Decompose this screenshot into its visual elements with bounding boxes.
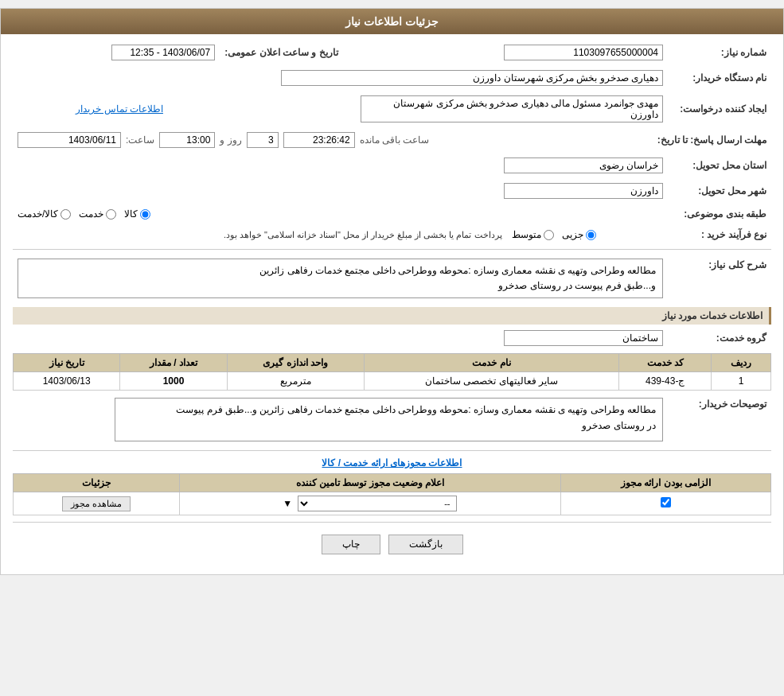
perm-cell-status: -- ▼ [179, 492, 561, 515]
divider-2 [13, 450, 771, 451]
category-kala-khedmat-radio[interactable] [60, 209, 71, 220]
col-service-code: کد خدمت [619, 354, 712, 372]
perm-cell-required [561, 492, 771, 515]
cell-date: 1403/06/13 [14, 372, 120, 391]
page-title: جزئیات اطلاعات نیاز [1, 9, 783, 34]
col-date: تاریخ نیاز [14, 354, 120, 372]
purchase-motavasset-radio[interactable] [544, 230, 554, 240]
perm-col-required: الزامی بودن ارائه مجوز [561, 474, 771, 492]
description-box: مطالعه وطراحی وتهیه ی نقشه معماری وسازه … [18, 259, 663, 298]
cell-quantity: 1000 [120, 372, 227, 391]
purchase-jozvi-radio[interactable] [586, 230, 596, 240]
need-number-value: 1103097655000004 [504, 45, 663, 60]
deadline-remaining: 23:26:42 [283, 132, 355, 148]
need-number-label: شماره نیاز: [668, 42, 771, 63]
purchase-motavasset-label: متوسط [512, 229, 541, 240]
back-button[interactable]: بازگشت [388, 535, 463, 554]
view-permit-button[interactable]: مشاهده مجوز [62, 496, 131, 511]
col-row-num: ردیف [712, 354, 771, 372]
cell-unit: مترمربع [227, 372, 364, 391]
purchase-motavasset-option[interactable]: متوسط [512, 229, 554, 240]
divider-3 [13, 522, 771, 523]
required-checkbox[interactable] [661, 497, 671, 507]
footer-buttons: بازگشت چاپ [13, 535, 771, 554]
city-label: شهر محل تحویل: [668, 181, 771, 201]
description-line2: و...طبق فرم پیوست در روستای صدخرو [498, 280, 656, 291]
category-khedmat-label: خدمت [79, 208, 103, 220]
deadline-label: مهلت ارسال پاسخ: تا تاریخ: [653, 130, 771, 150]
category-kala-khedmat-option[interactable]: کالا/خدمت [18, 208, 71, 220]
perm-col-status: اعلام وضعیت مجوز توسط تامین کننده [179, 474, 561, 492]
category-kala-label: کالا [124, 208, 138, 220]
services-table: ردیف کد خدمت نام خدمت واحد اندازه گیری ت… [13, 353, 771, 391]
table-row: -- ▼ مشاهده مجوز [14, 492, 771, 515]
perm-col-detail: جزئیات [14, 474, 180, 492]
cell-row-num: 1 [712, 372, 771, 391]
buyer-desc-box: مطالعه وطراحی وتهیه ی نقشه معماری وسازه … [115, 398, 663, 441]
service-group-value: ساختمان [504, 330, 663, 346]
category-kala-khedmat-label: کالا/خدمت [18, 208, 58, 220]
deadline-time-label: ساعت: [126, 134, 154, 146]
print-button[interactable]: چاپ [322, 535, 380, 554]
cell-service-name: سایر فعالیتهای تخصصی ساختمان [364, 372, 619, 391]
creator-value: مهدی جوانمرد مسئول مالی دهیاری صدخرو بخش… [361, 95, 663, 122]
divider-1 [13, 249, 771, 250]
description-label: شرح کلی نیاز: [668, 256, 771, 301]
purchase-type-label: نوع فرآیند خرید : [668, 227, 771, 243]
col-service-name: نام خدمت [364, 354, 619, 372]
service-group-label: گروه خدمت: [668, 328, 771, 348]
perm-cell-detail: مشاهده مجوز [14, 492, 180, 515]
permission-table: الزامی بودن ارائه مجوز اعلام وضعیت مجوز … [13, 473, 771, 515]
category-kala-option[interactable]: کالا [124, 208, 150, 220]
description-line1: مطالعه وطراحی وتهیه ی نقشه معماری وسازه … [259, 265, 656, 276]
purchase-jozvi-label: جزیی [562, 229, 583, 240]
deadline-time: 13:00 [159, 132, 215, 148]
permission-section-link[interactable]: اطلاعات مجوزهای ارائه خدمت / کالا [13, 457, 771, 469]
cell-service-code: ج-43-439 [619, 372, 712, 391]
deadline-date: 1403/06/11 [18, 132, 121, 148]
announcement-date-label: تاریخ و ساعت اعلان عمومی: [220, 42, 342, 63]
buyer-org-value: دهیاری صدخرو بخش مرکزی شهرستان داورزن [281, 70, 663, 86]
category-khedmat-radio[interactable] [106, 209, 116, 220]
contact-link[interactable]: اطلاعات تماس خریدار [76, 103, 163, 115]
category-kala-radio[interactable] [140, 209, 150, 220]
deadline-days-label: روز و [220, 134, 241, 146]
deadline-days: 3 [247, 132, 279, 148]
purchase-notice: پرداخت تمام یا بخشی از مبلغ خریدار از مح… [224, 230, 502, 239]
deadline-remaining-label: ساعت باقی مانده [360, 134, 430, 146]
city-value: داورزن [504, 183, 663, 199]
col-quantity: تعداد / مقدار [120, 354, 227, 372]
province-value: خراسان رضوی [504, 157, 663, 173]
purchase-jozvi-option[interactable]: جزیی [562, 229, 596, 240]
col-unit: واحد اندازه گیری [227, 354, 364, 372]
buyer-org-label: نام دستگاه خریدار: [668, 68, 771, 88]
services-section-title: اطلاعات خدمات مورد نیاز [13, 307, 771, 325]
buyer-desc-line2: در روستای صدخرو [582, 420, 656, 431]
buyer-desc-line1: مطالعه وطراحی وتهیه ی نقشه معماری وسازه … [176, 404, 656, 415]
announcement-date-value: 1403/06/07 - 12:35 [111, 45, 215, 60]
category-khedmat-option[interactable]: خدمت [79, 208, 116, 220]
table-row: 1 ج-43-439 سایر فعالیتهای تخصصی ساختمان … [14, 372, 771, 391]
buyer-desc-label: توصیحات خریدار: [668, 395, 771, 444]
category-label: طبقه بندی موضوعی: [668, 206, 771, 222]
status-select[interactable]: -- [298, 496, 457, 511]
province-label: استان محل تحویل: [668, 155, 771, 176]
creator-label: ایجاد کننده درخواست: [668, 93, 771, 125]
